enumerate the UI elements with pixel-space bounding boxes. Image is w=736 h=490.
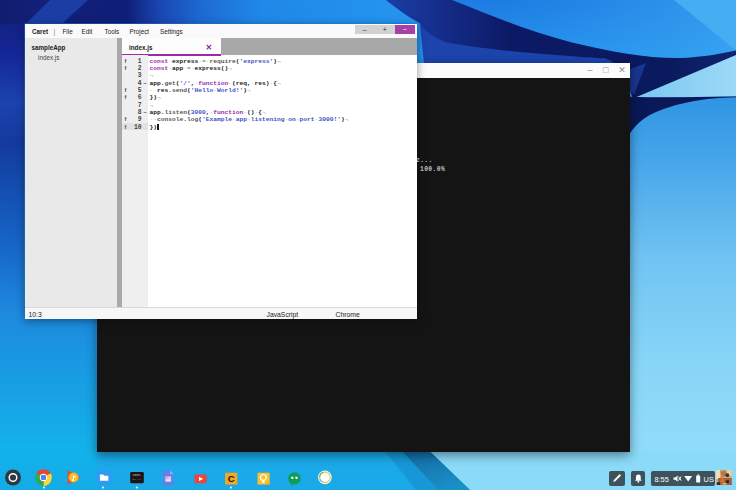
svg-text:C: C (228, 473, 235, 484)
svg-text:US: US (704, 474, 714, 483)
svg-text:8:55: 8:55 (654, 474, 668, 483)
svg-text:100%: 100% (132, 473, 141, 477)
